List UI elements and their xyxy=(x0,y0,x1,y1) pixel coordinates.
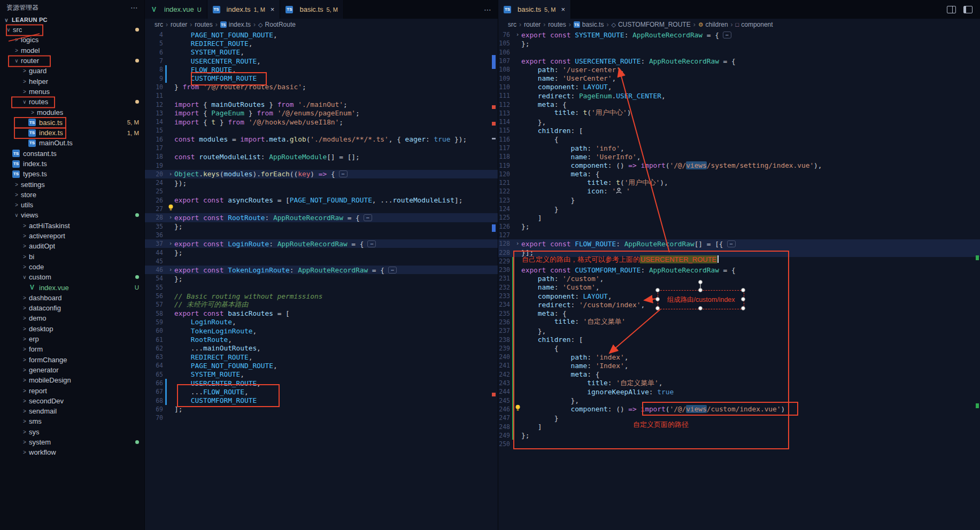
tree-item-guard[interactable]: guard xyxy=(0,66,144,76)
code-line-126: 126}; xyxy=(498,222,980,231)
fold-chevron-icon[interactable]: › xyxy=(167,170,174,178)
tree-item-demo[interactable]: demo xyxy=(0,313,144,323)
tab-basic.ts[interactable]: TSbasic.ts5, M× xyxy=(498,0,571,19)
code-editor-basic-ts[interactable]: 76›export const SYSTEM_ROUTE: AppRouteRe… xyxy=(498,30,980,530)
tree-item-model[interactable]: model xyxy=(0,45,144,56)
code-editor-index-ts[interactable]: 4 PAGE_NOT_FOUND_ROUTE,5 REDIRECT_ROUTE,… xyxy=(145,30,498,530)
git-gutter-indicator xyxy=(165,370,167,379)
tree-item-report[interactable]: report xyxy=(0,385,144,395)
line-number: 44 xyxy=(145,249,163,256)
breadcrumb-item-src[interactable]: src xyxy=(155,21,163,28)
more-tabs-icon[interactable]: ⋯ xyxy=(484,5,498,14)
tree-item-logics[interactable]: logics xyxy=(0,35,144,45)
tree-item-system[interactable]: system xyxy=(0,437,144,447)
breadcrumb-item-children[interactable]: children xyxy=(706,21,728,28)
tree-item-generator[interactable]: generator xyxy=(0,365,144,375)
tree-item-erp[interactable]: erp xyxy=(0,334,144,344)
split-editor-icon[interactable] xyxy=(947,6,956,13)
lightbulb-icon[interactable] xyxy=(514,404,521,414)
lightbulb-icon[interactable] xyxy=(167,204,174,214)
tree-item-src[interactable]: src xyxy=(0,25,144,35)
tree-item-utils[interactable]: utils xyxy=(0,200,144,210)
code-line-123: 123 } xyxy=(498,196,980,205)
tree-item-index.vue[interactable]: Vindex.vueU xyxy=(0,282,144,292)
tree-item-router[interactable]: router xyxy=(0,56,144,66)
line-number: 126 xyxy=(498,223,510,230)
line-number: 250 xyxy=(498,440,510,448)
breadcrumb-separator: › xyxy=(166,21,168,28)
tree-item-decorations xyxy=(135,213,144,217)
tree-item-types.ts[interactable]: TStypes.ts xyxy=(0,169,144,179)
git-gutter-indicator xyxy=(512,353,514,361)
tree-item-views[interactable]: views xyxy=(0,210,144,220)
tree-item-constant.ts[interactable]: TSconstant.ts xyxy=(0,149,144,159)
tab-basic.ts[interactable]: TSbasic.ts5, M xyxy=(280,0,343,19)
breadcrumb-item-CUSTOMFORM_ROUTE[interactable]: CUSTOMFORM_ROUTE xyxy=(618,21,691,28)
tree-item-form[interactable]: form xyxy=(0,344,144,354)
tree-item-desktop[interactable]: desktop xyxy=(0,324,144,334)
tree-item-formChange[interactable]: formChange xyxy=(0,355,144,365)
folded-region-badge[interactable]: ⋯ xyxy=(723,32,731,38)
code-line-127: 127 xyxy=(498,231,980,239)
tree-item-custom[interactable]: custom xyxy=(0,272,144,282)
close-icon[interactable]: × xyxy=(271,5,275,13)
folded-region-badge[interactable]: ⋯ xyxy=(364,214,372,221)
breadcrumb-item-RootRoute[interactable]: RootRoute xyxy=(265,21,296,28)
symbol-var-icon: ◇ xyxy=(258,21,263,28)
folded-region-badge[interactable]: ⋯ xyxy=(388,267,397,274)
tree-item-code[interactable]: code xyxy=(0,262,144,272)
tab-index.vue[interactable]: Vindex.vueU xyxy=(145,0,207,19)
tree-item-mobileDesign[interactable]: mobileDesign xyxy=(0,375,144,385)
git-gutter-indicator xyxy=(165,309,167,318)
code-text: meta: { xyxy=(521,309,567,317)
tree-item-modules[interactable]: modules xyxy=(0,107,144,117)
folded-region-badge[interactable]: ⋯ xyxy=(367,240,376,247)
tree-item-basic.ts[interactable]: TSbasic.ts5, M xyxy=(0,118,144,128)
fold-chevron-icon[interactable]: › xyxy=(514,30,521,39)
tree-item-routes[interactable]: routes xyxy=(0,97,144,107)
tab-index.ts[interactable]: TSindex.ts1, M× xyxy=(207,0,281,19)
tree-item-secondDev[interactable]: secondDev xyxy=(0,396,144,406)
tree-item-dashboard[interactable]: dashboard xyxy=(0,293,144,303)
git-modified-dot xyxy=(135,440,139,444)
tree-item-sendmail[interactable]: sendmail xyxy=(0,406,144,416)
tree-item-bi[interactable]: bi xyxy=(0,252,144,262)
tree-item-helper[interactable]: helper xyxy=(0,76,144,86)
breadcrumb-item-routes[interactable]: routes xyxy=(195,21,212,28)
tree-item-menus[interactable]: menus xyxy=(0,87,144,97)
breadcrumb-item-router[interactable]: router xyxy=(524,21,541,28)
tree-item-auditOpt[interactable]: auditOpt xyxy=(0,241,144,251)
breadcrumb-item-component[interactable]: component xyxy=(741,21,773,28)
fold-chevron-icon[interactable]: › xyxy=(167,266,174,274)
code-text: export const FLOW_ROUTE: AppRouteRecordR… xyxy=(521,240,736,248)
fold-chevron-icon[interactable]: › xyxy=(514,239,521,248)
tree-item-label: form xyxy=(29,345,43,353)
code-text: } xyxy=(521,205,558,213)
tree-item-dataconfig[interactable]: dataconfig xyxy=(0,303,144,313)
code-line-118: 118 name: 'UserInfo', xyxy=(498,152,980,161)
tree-item-sys[interactable]: sys xyxy=(0,427,144,437)
tree-item-sms[interactable]: sms xyxy=(0,416,144,426)
tree-item-index.ts[interactable]: TSindex.ts1, M xyxy=(0,128,144,138)
layout-panel-icon[interactable] xyxy=(963,6,973,13)
breadcrumb-item-routes[interactable]: routes xyxy=(548,21,566,28)
tree-item-settings[interactable]: settings xyxy=(0,179,144,189)
breadcrumb-item-src[interactable]: src xyxy=(508,21,516,28)
explorer-more-actions-icon[interactable]: ⋯ xyxy=(130,3,138,12)
tree-item-index.ts[interactable]: TSindex.ts xyxy=(0,159,144,169)
breadcrumb-item-index.ts[interactable]: index.ts xyxy=(229,21,251,28)
breadcrumb-item-router[interactable]: router xyxy=(171,21,187,28)
tree-item-workflow[interactable]: workflow xyxy=(0,447,144,457)
close-icon[interactable]: × xyxy=(561,5,565,13)
breadcrumb-item-basic.ts[interactable]: basic.ts xyxy=(582,21,604,28)
tree-item-activereport[interactable]: activereport xyxy=(0,231,144,241)
tab-git-badge: 1, M xyxy=(253,6,265,13)
fold-chevron-icon[interactable]: › xyxy=(167,239,174,248)
tree-item-store[interactable]: store xyxy=(0,190,144,200)
folded-region-badge[interactable]: ⋯ xyxy=(339,170,348,177)
fold-chevron-icon[interactable]: › xyxy=(167,213,174,222)
tree-item-actHiTaskinst[interactable]: actHiTaskinst xyxy=(0,221,144,231)
workspace-section-header[interactable]: LEARUN PC xyxy=(0,15,144,25)
folded-region-badge[interactable]: ⋯ xyxy=(727,240,736,247)
tree-item-mainOut.ts[interactable]: TSmainOut.ts xyxy=(0,138,144,148)
